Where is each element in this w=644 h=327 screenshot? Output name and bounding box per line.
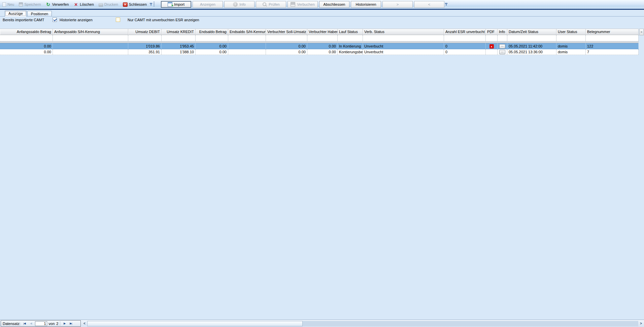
cell-verb-status: Unverbucht: [363, 43, 444, 49]
cell-lauf-status: In Kontierung: [338, 43, 363, 49]
toolbar-overflow-button[interactable]: ▾: [149, 1, 153, 8]
cell-verb-status: Unverbucht: [363, 49, 444, 55]
filter-cell-user-status[interactable]: [556, 35, 586, 41]
column-scroll-right-button[interactable]: >: [639, 29, 644, 35]
filter-cell-datum-zeit-status[interactable]: [507, 35, 556, 41]
filter-cell-anfangssaldo-betrag[interactable]: [0, 35, 53, 41]
record-number-input[interactable]: [35, 321, 47, 326]
column-header-anzahl-esr-unverbucht[interactable]: Anzahl ESR unverbucht: [444, 29, 486, 35]
filter-cell-umsatz-debit[interactable]: [128, 35, 162, 41]
of-label: von: [49, 322, 55, 326]
historized-checkbox[interactable]: [53, 18, 57, 22]
toolbar-item-label: Speichern: [24, 2, 41, 6]
tab-strip: AuszügePositionen: [0, 10, 644, 17]
scroll-left-button[interactable]: <: [82, 322, 87, 325]
column-header-verb-status[interactable]: Verb. Status: [363, 29, 444, 35]
cell-anfangssaldo-betrag: 0.00: [0, 49, 53, 55]
toolbar-item-verwerfen[interactable]: Verwerfen: [43, 0, 71, 8]
cell-umsatz-debit: 351.91: [128, 49, 162, 55]
cell-user-status: domis: [556, 43, 586, 49]
cell-verbuchter-haben-um: 0.00: [307, 49, 338, 55]
column-header-user-status[interactable]: User Status: [556, 29, 586, 35]
toolbar-item-drucken: Drucken: [96, 0, 121, 8]
cell-info: ...: [498, 43, 507, 49]
toolbar-item-label: Neu: [7, 2, 14, 6]
column-header-endsaldo-betrag[interactable]: Endsaldo Betrag: [196, 29, 228, 35]
toolbar-item-label: Löschen: [80, 2, 94, 6]
filter-cell-anfangssaldo-s-h-kennung[interactable]: [53, 35, 128, 41]
pdf-icon[interactable]: [489, 44, 494, 49]
toolbar-button-import[interactable]: Import: [161, 1, 191, 8]
toolbar-button-historisieren[interactable]: Historisieren: [351, 1, 381, 8]
filter-cell-endsaldo-betrag[interactable]: [196, 35, 228, 41]
save-icon: [19, 2, 23, 6]
column-header-info[interactable]: Info: [498, 29, 507, 35]
cell-user-status: domis: [556, 49, 586, 55]
toolbar-item-group: NeuSpeichernVerwerfenLöschenDruckenSchli…: [0, 0, 161, 9]
column-header-umsatz-kredit[interactable]: Umsatz KREDIT: [162, 29, 196, 35]
print-icon: [99, 3, 103, 7]
filter-cell-verbuchter-haben-um[interactable]: [307, 35, 338, 41]
historized-checkbox-label: Historierte anzeigen: [60, 18, 93, 22]
next-record-button[interactable]: ▶: [62, 322, 67, 325]
filter-cell-lauf-status[interactable]: [338, 35, 363, 41]
toolbar-button-label: Verbuchen: [297, 2, 315, 6]
column-header-verbuchter-haben-um[interactable]: Verbuchter Haben-Um...: [307, 29, 338, 35]
first-record-button[interactable]: |◀: [22, 322, 27, 325]
info-icon: [233, 2, 238, 7]
cell-endsaldo-s-h-kennung: [228, 43, 266, 49]
column-header-pdf[interactable]: PDF: [486, 29, 498, 35]
only-unposted-esr-checkbox[interactable]: [116, 18, 120, 22]
column-header-datum-zeit-status[interactable]: Datum/Zeit Status: [507, 29, 556, 35]
column-header-belegnummer[interactable]: Belegnummer: [586, 29, 639, 35]
data-grid: Anfangssaldo BetragAnfangssaldo S/H-Kenn…: [0, 29, 644, 55]
toolbar-button-abschliessen[interactable]: Abschliessen: [319, 1, 349, 8]
filter-cell-endsaldo-s-h-kennung[interactable]: [228, 35, 266, 41]
toolbar-grip[interactable]: [154, 2, 155, 7]
column-header-umsatz-debit[interactable]: Umsatz DEBIT: [128, 29, 162, 35]
filter-cell-anzahl-esr-unverbucht[interactable]: [444, 35, 486, 41]
cell-verbuchter-soll-umsatz: 0.00: [266, 49, 307, 55]
filter-cell-verb-status[interactable]: [363, 35, 444, 41]
horizontal-scrollbar: < >: [82, 321, 644, 327]
filter-cell-umsatz-kredit[interactable]: [162, 35, 196, 41]
cell-endsaldo-betrag: 0.00: [196, 49, 228, 55]
cell-verbuchter-haben-um: 0.00: [307, 43, 338, 49]
cell-verbuchter-soll-umsatz: 0.00: [266, 43, 307, 49]
column-header-endsaldo-s-h-kennung[interactable]: Endsaldo S/H-Kennung: [228, 29, 266, 35]
total-records: 2: [56, 322, 58, 326]
column-header-verbuchter-soll-umsatz[interactable]: Verbuchter Soll-Umsatz: [266, 29, 307, 35]
scrollbar-thumb[interactable]: [87, 321, 303, 326]
grid-body: 0.001'019.861'953.450.000.000.00In Konti…: [0, 43, 644, 55]
separator: [60, 321, 60, 326]
column-header-anfangssaldo-betrag[interactable]: Anfangssaldo Betrag: [0, 29, 53, 35]
cell-anfangssaldo-s-h-kennung: [53, 43, 128, 49]
filter-cell-verbuchter-soll-umsatz[interactable]: [266, 35, 307, 41]
toolbar-overflow-button[interactable]: ▾: [444, 1, 448, 8]
table-row-1[interactable]: 0.001'019.861'953.450.000.000.00In Konti…: [0, 43, 639, 49]
content-area: AuszügePositionen Bereits importierte CA…: [0, 10, 644, 320]
toolbar-item-loschen[interactable]: Löschen: [71, 0, 96, 8]
chevron-down-icon: ▾: [445, 4, 447, 6]
previous-record-button: ◀: [29, 322, 33, 325]
record-navigator: Datensatz: |◀ ◀ von 2 ▶ ▶|: [1, 320, 81, 327]
info-ellipsis-button[interactable]: ...: [499, 44, 505, 49]
filter-cell-info[interactable]: [498, 35, 507, 41]
column-header-anfangssaldo-s-h-kennung[interactable]: Anfangssaldo S/H-Kennung: [53, 29, 128, 35]
column-header-lauf-status[interactable]: Lauf Status: [338, 29, 363, 35]
last-record-button[interactable]: ▶|: [68, 322, 73, 325]
table-row-2[interactable]: 0.00351.911'388.100.000.000.00Kontierung…: [0, 49, 639, 55]
toolbar-button-label: Abschliessen: [324, 2, 345, 6]
filter-cell-pdf[interactable]: [486, 35, 498, 41]
tab-positionen[interactable]: Positionen: [27, 11, 52, 16]
new-document-icon: [2, 2, 6, 7]
info-ellipsis-button[interactable]: ...: [499, 50, 505, 54]
toolbar-item-schliessen[interactable]: Schliessen: [121, 0, 149, 8]
scrollbar-track[interactable]: [87, 321, 638, 326]
toolbar-button-prufen: Prüfen: [256, 1, 286, 8]
filter-cell-belegnummer[interactable]: [586, 35, 639, 41]
tab-auszuge[interactable]: Auszüge: [5, 10, 27, 17]
check-icon: [262, 2, 267, 7]
scroll-right-button[interactable]: >: [638, 322, 644, 325]
status-bar: Datensatz: |◀ ◀ von 2 ▶ ▶| < >: [0, 320, 644, 327]
